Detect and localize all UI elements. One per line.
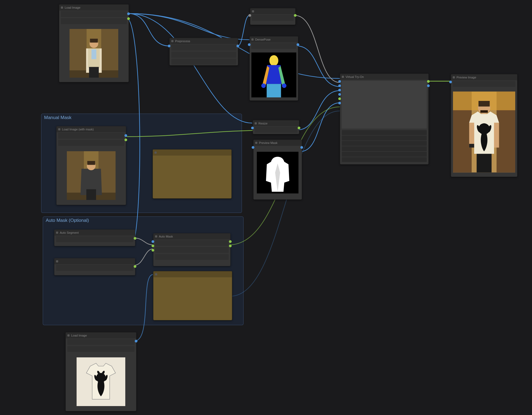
node-titlebar[interactable] <box>153 150 231 156</box>
node-mask-editor-auto[interactable] <box>153 271 232 320</box>
node-titlebar[interactable] <box>54 258 135 264</box>
collapse-icon[interactable] <box>155 235 157 238</box>
node-field[interactable] <box>61 18 127 24</box>
node-field[interactable] <box>171 59 236 65</box>
node-field[interactable] <box>58 133 124 139</box>
node-param[interactable] <box>342 136 427 140</box>
collapse-icon[interactable] <box>67 334 70 337</box>
svg-rect-27 <box>477 153 491 173</box>
node-load-image-input[interactable]: Load Image <box>59 4 129 82</box>
collapse-icon[interactable] <box>155 151 157 154</box>
collapse-icon[interactable] <box>155 273 157 275</box>
svg-rect-6 <box>89 67 99 78</box>
garment-preview <box>67 354 134 409</box>
node-titlebar[interactable]: Preprocess <box>170 38 238 44</box>
collapse-icon[interactable] <box>255 122 257 124</box>
svg-rect-8 <box>90 39 98 42</box>
node-title: Auto Mask <box>159 235 173 238</box>
node-field[interactable] <box>252 15 294 21</box>
mask-preview <box>255 147 300 198</box>
image-preview <box>61 26 127 80</box>
node-titlebar[interactable]: Auto Mask <box>153 233 230 239</box>
node-densepose[interactable]: DensePose <box>249 36 298 101</box>
svg-rect-34 <box>480 110 488 113</box>
collapse-icon[interactable] <box>453 76 455 78</box>
node-field[interactable] <box>155 247 229 253</box>
node-param[interactable] <box>342 141 427 146</box>
svg-rect-5 <box>91 50 96 59</box>
svg-rect-30 <box>494 123 499 148</box>
node-param[interactable] <box>342 130 427 135</box>
node-field[interactable] <box>58 140 124 146</box>
node-field[interactable] <box>67 346 134 352</box>
node-field[interactable] <box>255 127 297 133</box>
svg-rect-31 <box>469 144 474 148</box>
node-titlebar[interactable]: Auto Segment <box>54 230 135 236</box>
collapse-icon[interactable] <box>56 232 58 234</box>
node-param[interactable] <box>342 152 427 157</box>
node-field[interactable] <box>56 236 133 242</box>
node-title: Auto Segment <box>60 231 79 234</box>
node-titlebar[interactable]: Virtual Try-On <box>340 74 428 80</box>
node-preprocess[interactable]: Preprocess <box>169 38 238 65</box>
svg-point-22 <box>96 373 106 383</box>
node-titlebar[interactable]: Load Image (with mask) <box>57 126 126 132</box>
node-title: Preview Image <box>457 76 476 79</box>
node-main-process[interactable]: Virtual Try-On <box>340 74 429 164</box>
node-auto-segment[interactable]: Auto Segment <box>54 229 135 246</box>
collapse-icon[interactable] <box>58 128 60 130</box>
node-title: Load Image (with mask) <box>62 128 94 131</box>
collapse-icon[interactable] <box>251 38 254 41</box>
node-title: Preprocess <box>175 39 190 43</box>
node-load-image-mask[interactable]: Load Image (with mask) <box>56 126 126 205</box>
node-titlebar[interactable]: Preview Image <box>451 74 517 80</box>
collapse-icon[interactable] <box>252 10 254 12</box>
node-titlebar[interactable]: DensePose <box>250 37 298 42</box>
node-titlebar[interactable] <box>250 8 295 14</box>
collapse-icon[interactable] <box>255 142 257 144</box>
node-title: Resize <box>258 122 268 125</box>
collapse-icon[interactable] <box>342 76 344 78</box>
svg-rect-11 <box>267 84 281 97</box>
group-title: Manual Mask <box>44 115 71 120</box>
node-field[interactable] <box>251 43 296 49</box>
node-field[interactable] <box>171 45 236 51</box>
svg-point-10 <box>269 55 278 66</box>
svg-point-12 <box>261 84 266 88</box>
node-field[interactable] <box>61 11 127 17</box>
node-auto-mask[interactable]: Auto Mask <box>153 233 231 266</box>
svg-point-13 <box>282 84 287 88</box>
node-title: Preview Mask <box>259 141 277 144</box>
node-field[interactable] <box>171 52 236 58</box>
result-image <box>453 89 515 175</box>
collapse-icon[interactable] <box>171 40 173 42</box>
node-field[interactable] <box>453 81 515 87</box>
svg-rect-19 <box>87 161 95 165</box>
node-field[interactable] <box>155 240 229 246</box>
collapse-icon[interactable] <box>56 260 58 262</box>
node-small-top[interactable] <box>250 8 295 25</box>
node-titlebar[interactable]: Load Image <box>59 5 129 11</box>
svg-point-28 <box>478 123 490 134</box>
node-titlebar[interactable]: Preview Mask <box>254 140 302 146</box>
node-field[interactable] <box>155 254 229 260</box>
node-field[interactable] <box>56 265 133 271</box>
node-title: DensePose <box>255 38 271 41</box>
node-load-garment[interactable]: Load Image <box>65 332 136 411</box>
node-mask-editor[interactable] <box>153 149 232 199</box>
node-field[interactable] <box>67 339 134 345</box>
node-resize[interactable]: Resize <box>253 120 299 134</box>
node-result-preview[interactable]: Preview Image <box>451 74 517 177</box>
node-param[interactable] <box>342 157 427 162</box>
node-param[interactable] <box>342 146 427 151</box>
node-titlebar[interactable]: Resize <box>253 120 299 126</box>
image-preview <box>58 148 124 203</box>
node-auto-segment-b[interactable] <box>54 258 135 275</box>
collapse-icon[interactable] <box>61 6 63 9</box>
node-titlebar[interactable] <box>153 271 232 277</box>
node-title: Virtual Try-On <box>346 75 364 78</box>
svg-rect-33 <box>478 101 490 107</box>
node-mask-preview[interactable]: Preview Mask <box>253 140 302 200</box>
densepose-preview <box>251 51 296 99</box>
node-titlebar[interactable]: Load Image <box>66 332 136 338</box>
